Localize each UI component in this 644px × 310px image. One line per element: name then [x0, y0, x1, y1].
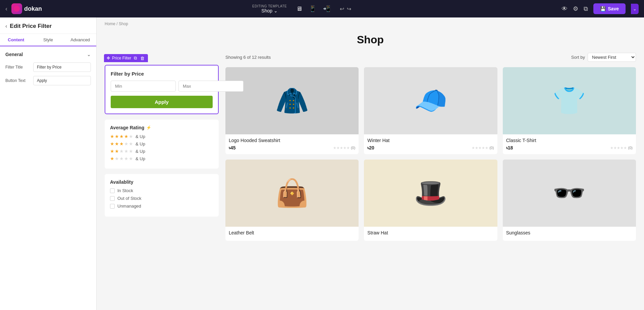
stars-1: ★★★★★: [110, 156, 133, 161]
save-icon: 💾: [600, 6, 606, 11]
filter-title-input[interactable]: [33, 62, 91, 72]
product-card-3[interactable]: 👜 Leather Belt: [225, 160, 359, 241]
product-card-5[interactable]: 🕶️ Sunglasses: [503, 160, 636, 241]
panel-title: Edit Price Filter: [10, 23, 52, 30]
product-price-1: ৳20: [367, 145, 374, 151]
topbar-center: EDITING TEMPLATE Shop ⌄ 🖥 📱 📲 ↩ ↪: [252, 4, 351, 14]
label-outofstock: Out of Stock: [117, 196, 142, 201]
tab-advanced[interactable]: Advanced: [64, 34, 96, 46]
section-header-general[interactable]: General ⌄: [5, 52, 91, 57]
product-image-3: 👜: [225, 160, 359, 227]
product-info-3: Leather Belt: [225, 227, 359, 241]
topbar-right: 👁 ⚙ ⧉ 💾 Save ⌄: [561, 3, 639, 14]
right-content: Home / Shop Shop ✥ Price Filter ⧉ 🗑: [97, 17, 644, 310]
product-card-4[interactable]: 🎩 Straw Hat: [364, 160, 497, 241]
breadcrumb: Home / Shop: [97, 17, 644, 30]
topbar-left: ‹ dokan: [5, 3, 42, 14]
price-min-input[interactable]: [111, 81, 176, 92]
stars-4: ★★★★★: [110, 134, 133, 139]
widget-copy-button[interactable]: ⧉: [133, 55, 138, 61]
panel-back-button[interactable]: ‹: [5, 23, 7, 29]
rating-row-3[interactable]: ★★★★★ & Up: [110, 141, 213, 146]
save-button[interactable]: 💾 Save: [593, 3, 626, 14]
svg-point-0: [14, 6, 20, 12]
undo-redo: ↩ ↪: [340, 6, 351, 12]
grid-sortby: Sort by Newest First Oldest First Price:…: [571, 53, 636, 62]
section-toggle-icon: ⌄: [87, 52, 91, 57]
redo-button[interactable]: ↪: [347, 6, 351, 12]
product-info-5: Sunglasses: [503, 227, 636, 241]
product-image-1: 🧢: [364, 67, 497, 134]
apply-button[interactable]: Apply: [111, 96, 213, 108]
checkbox-unmanaged[interactable]: [110, 204, 115, 209]
canvas-area: ✥ Price Filter ⧉ 🗑 Filter by Price A: [97, 53, 644, 249]
sort-select[interactable]: Newest First Oldest First Price: Low to …: [588, 53, 636, 62]
save-dropdown-button[interactable]: ⌄: [631, 4, 639, 14]
panel-header: ‹ Edit Price Filter: [0, 17, 96, 34]
product-card-0[interactable]: 🧥 Logo Hooded Sweatshirt ৳45 ★★★★★ (0): [225, 67, 359, 154]
product-rating-1: ★★★★★ (0): [472, 146, 494, 150]
checkbox-outofstock[interactable]: [110, 196, 115, 201]
widget-delete-button[interactable]: 🗑: [140, 56, 145, 61]
back-button[interactable]: ‹: [5, 5, 7, 12]
rating-row-4[interactable]: ★★★★★ & Up: [110, 134, 213, 139]
preview-button[interactable]: 👁: [561, 5, 568, 12]
price-max-input[interactable]: [178, 81, 244, 92]
desktop-view-button[interactable]: 🖥: [295, 4, 304, 14]
product-info-0: Logo Hooded Sweatshirt ৳45 ★★★★★ (0): [225, 134, 359, 154]
undo-button[interactable]: ↩: [340, 6, 344, 12]
panel-tabs: Content Style Advanced: [0, 34, 96, 46]
grid-header: Showing 6 of 12 results Sort by Newest F…: [225, 53, 636, 62]
product-bottom-1: ৳20 ★★★★★ (0): [367, 145, 494, 151]
product-name-1: Winter Hat: [367, 138, 494, 143]
button-text-label: Button Text: [5, 78, 33, 83]
rating-filter-icon: ⚡: [146, 125, 151, 130]
avail-row-instock: In Stock: [110, 188, 213, 193]
product-bottom-0: ৳45 ★★★★★ (0): [229, 145, 355, 151]
product-info-1: Winter Hat ৳20 ★★★★★ (0): [364, 134, 497, 154]
editing-label: EDITING TEMPLATE: [252, 4, 287, 8]
product-info-4: Straw Hat: [364, 227, 497, 241]
rating-label-1: & Up: [136, 156, 145, 161]
product-card-2[interactable]: 👕 Classic T-Shirt ৳18 ★★★★★ (0): [503, 67, 636, 154]
settings-button[interactable]: ⚙: [573, 5, 578, 12]
product-name-2: Classic T-Shirt: [506, 138, 633, 143]
widget-toolbar-label: Price Filter: [112, 56, 131, 60]
grid-showing: Showing 6 of 12 results: [225, 55, 271, 60]
product-image-0: 🧥: [225, 67, 359, 134]
product-info-2: Classic T-Shirt ৳18 ★★★★★ (0): [503, 134, 636, 154]
product-image-5: 🕶️: [503, 160, 636, 227]
rating-row-1[interactable]: ★★★★★ & Up: [110, 156, 213, 161]
product-image-2: 👕: [503, 67, 636, 134]
button-text-input[interactable]: [33, 76, 91, 85]
sort-label: Sort by: [571, 55, 585, 60]
product-name-3: Leather Belt: [229, 230, 355, 235]
layers-button[interactable]: ⧉: [584, 5, 588, 12]
rating-label-3: & Up: [136, 141, 145, 146]
left-panel: ‹ Edit Price Filter Content Style Advanc…: [0, 17, 97, 310]
device-switcher: 🖥 📱 📲: [295, 4, 332, 14]
stars-2: ★★★★★: [110, 148, 133, 154]
rating-widget: Average Rating ⚡ ★★★★★ & Up ★★★★★ & Up ★…: [105, 120, 219, 169]
checkbox-instock[interactable]: [110, 188, 115, 193]
tab-style[interactable]: Style: [32, 34, 64, 46]
label-unmanaged: Unmanaged: [117, 204, 141, 209]
topbar: ‹ dokan EDITING TEMPLATE Shop ⌄ 🖥 📱 📲: [0, 0, 644, 17]
widget-column: ✥ Price Filter ⧉ 🗑 Filter by Price A: [105, 53, 219, 241]
tab-content[interactable]: Content: [0, 34, 32, 46]
widget-toolbar: ✥ Price Filter ⧉ 🗑: [104, 54, 148, 62]
template-selector[interactable]: EDITING TEMPLATE Shop ⌄: [252, 4, 287, 13]
tablet-view-button[interactable]: 📱: [308, 4, 318, 14]
avail-row-outofstock: Out of Stock: [110, 196, 213, 201]
product-card-1[interactable]: 🧢 Winter Hat ৳20 ★★★★★ (0): [364, 67, 497, 154]
rating-row-2[interactable]: ★★★★★ & Up: [110, 148, 213, 154]
stars-3: ★★★★★: [110, 141, 133, 146]
mobile-view-button[interactable]: 📲: [322, 4, 332, 14]
filter-title-label: Filter Title: [5, 65, 33, 70]
move-icon: ✥: [107, 56, 110, 60]
price-filter-inner: Filter by Price Apply: [105, 65, 218, 114]
main-layout: ‹ Edit Price Filter Content Style Advanc…: [0, 17, 644, 310]
rating-label-4: & Up: [136, 134, 145, 139]
section-title-general: General: [5, 52, 23, 57]
template-name: Shop ⌄: [261, 8, 278, 13]
